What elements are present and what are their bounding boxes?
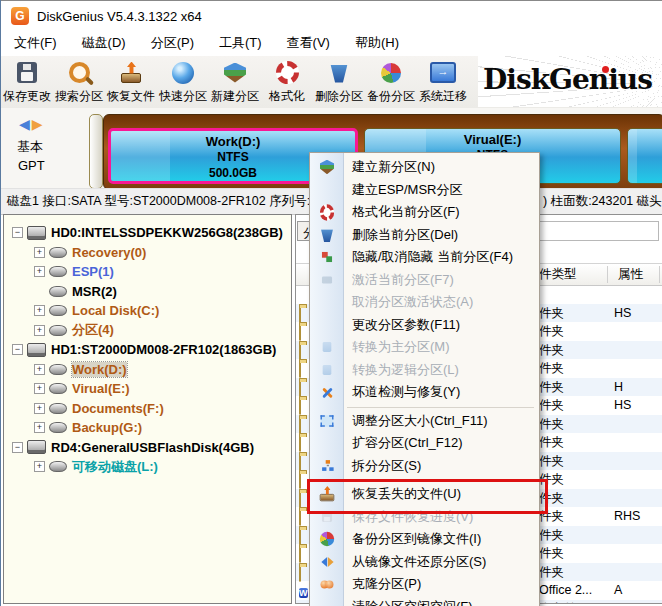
- context-menu-item-扩容分区(Ctrl_F12)[interactable]: 扩容分区(Ctrl_F12): [310, 432, 539, 455]
- folder-icon: [299, 509, 301, 527]
- expand-icon[interactable]: +: [34, 461, 45, 472]
- backup-partition-icon: [381, 63, 401, 83]
- tree-item-Local Disk(C:)[interactable]: +Local Disk(C:): [4, 301, 291, 321]
- tree-item-Recovery(0)[interactable]: +Recovery(0): [4, 243, 291, 263]
- folder-icon: [299, 361, 301, 379]
- menubar-item-0[interactable]: 文件(F): [5, 31, 66, 55]
- toolbar-button-6[interactable]: 删除分区: [313, 56, 365, 108]
- file-attr-cell: A: [614, 581, 622, 599]
- expand-icon[interactable]: +: [34, 325, 45, 336]
- partition-nav-arrows[interactable]: ◀▶: [19, 116, 45, 132]
- folder-icon: [299, 547, 301, 563]
- partition-tree-pane: −HD0:INTELSSDPEKKW256G8(238GB)+Recovery(…: [3, 214, 292, 604]
- context-menu-item-label: 建立新分区(N): [352, 158, 435, 176]
- menubar-item-3[interactable]: 工具(T): [210, 31, 271, 55]
- toolbar-button-4[interactable]: 新建分区: [209, 56, 261, 108]
- expand-icon[interactable]: +: [34, 403, 45, 414]
- context-menu-item-保存文件恢复进度(V)[interactable]: 保存文件恢复进度(V): [310, 506, 539, 529]
- toolbar-button-8[interactable]: 系统迁移: [417, 56, 469, 108]
- tree-item-MSR(2)[interactable]: MSR(2): [4, 282, 291, 302]
- context-menu-item-隐藏/取消隐藏 当前分区(F4)[interactable]: 隐藏/取消隐藏 当前分区(F4): [310, 246, 539, 269]
- new-partition-icon: [224, 63, 246, 83]
- recover-files-icon: [320, 486, 334, 502]
- toolbar-button-1[interactable]: 搜索分区: [53, 56, 105, 108]
- file-attr-cell: A: [614, 600, 622, 604]
- toolbar-button-5[interactable]: 格式化: [261, 56, 313, 108]
- collapse-icon[interactable]: −: [12, 344, 23, 355]
- tree-item-Documents(F:)[interactable]: +Documents(F:): [4, 399, 291, 419]
- next-disk-arrow-icon[interactable]: ▶: [32, 116, 45, 132]
- toolbar-button-label: 备份分区: [367, 88, 415, 105]
- context-menu-item-建立新分区(N)[interactable]: 建立新分区(N): [310, 156, 539, 179]
- context-menu-item-拆分分区(S)[interactable]: 拆分分区(S): [310, 455, 539, 478]
- tree-item-label: ESP(1): [72, 264, 114, 279]
- format-icon: [276, 61, 299, 84]
- folder-icon: [299, 473, 301, 489]
- context-menu-item-更改分区参数(F11)[interactable]: 更改分区参数(F11): [310, 314, 539, 337]
- context-menu-item-取消分区激活状态(A)[interactable]: 取消分区激活状态(A): [310, 291, 539, 314]
- expand-icon[interactable]: +: [34, 364, 45, 375]
- toolbar-button-2[interactable]: 恢复文件: [105, 56, 157, 108]
- backup-image-icon: [320, 532, 334, 546]
- column-divider[interactable]: [607, 266, 608, 283]
- collapse-icon[interactable]: −: [12, 442, 23, 453]
- file-type-cell: 件夹: [539, 415, 564, 433]
- tree-item-可移动磁盘(L:)[interactable]: +可移动磁盘(L:): [4, 457, 291, 477]
- folder-icon: [299, 398, 301, 416]
- prev-disk-arrow-icon[interactable]: ◀: [19, 116, 32, 132]
- tree-item-Backup(G:)[interactable]: +Backup(G:): [4, 418, 291, 438]
- tree-item-RD4:GeneralUSBFlashDisk(4GB)[interactable]: −RD4:GeneralUSBFlashDisk(4GB): [4, 438, 291, 458]
- menubar-item-1[interactable]: 磁盘(D): [73, 31, 135, 55]
- menubar-item-4[interactable]: 查看(V): [278, 31, 339, 55]
- quick-partition-icon: [172, 60, 194, 86]
- context-menu-item-调整分区大小(Ctrl_F11)[interactable]: 调整分区大小(Ctrl_F11): [310, 410, 539, 433]
- tree-item-label: HD0:INTELSSDPEKKW256G8(238GB): [51, 225, 283, 240]
- context-menu-item-备份分区到镜像文件(I)[interactable]: 备份分区到镜像文件(I): [310, 528, 539, 551]
- context-menu-item-建立ESP/MSR分区[interactable]: 建立ESP/MSR分区: [310, 179, 539, 202]
- tree-item-Virual(E:)[interactable]: +Virual(E:): [4, 379, 291, 399]
- title-bar[interactable]: DiskGenius V5.4.3.1322 x64: [1, 0, 662, 31]
- context-menu-item-转换为主分区(M)[interactable]: 转换为主分区(M): [310, 336, 539, 359]
- context-menu-item-清除分区空闲空间(F)[interactable]: 清除分区空闲空间(F): [310, 596, 539, 606]
- tree-item-分区(4)[interactable]: +分区(4): [4, 321, 291, 341]
- new-partition-icon: [224, 60, 246, 86]
- file-type-cell: 件夹: [539, 563, 564, 581]
- context-menu-item-坏道检测与修复(Y)[interactable]: 坏道检测与修复(Y): [310, 381, 539, 404]
- context-menu-item-从镜像文件还原分区(S)[interactable]: 从镜像文件还原分区(S): [310, 551, 539, 574]
- folder-icon: [299, 325, 301, 341]
- menubar-item-2[interactable]: 分区(P): [142, 31, 203, 55]
- context-menu-item-转换为逻辑分区(L)[interactable]: 转换为逻辑分区(L): [310, 359, 539, 382]
- tree-item-HD0:INTELSSDPEKKW256G8(238GB)[interactable]: −HD0:INTELSSDPEKKW256G8(238GB): [4, 223, 291, 243]
- expand-icon[interactable]: +: [34, 383, 45, 394]
- partition-table-type-label: GPT: [18, 158, 45, 173]
- column-divider[interactable]: [659, 266, 660, 283]
- system-migrate-icon: [430, 62, 456, 83]
- toolbar-button-0[interactable]: 保存更改: [1, 56, 53, 108]
- context-menu-item-激活当前分区(F7)[interactable]: 激活当前分区(F7): [310, 269, 539, 292]
- bad-track-icon: [321, 386, 333, 398]
- collapse-icon[interactable]: −: [12, 227, 23, 238]
- partition-block-2[interactable]: [627, 128, 662, 184]
- tree-item-ESP(1)[interactable]: +ESP(1): [4, 262, 291, 282]
- menubar-item-5[interactable]: 帮助(H): [346, 31, 408, 55]
- context-menu-item-格式化当前分区(F)[interactable]: 格式化当前分区(F): [310, 201, 539, 224]
- partition-icon: [49, 461, 67, 472]
- tree-item-Work(D:)[interactable]: +Work(D:): [4, 360, 291, 380]
- partition-icon: [49, 286, 67, 297]
- context-menu-item-label: 克隆分区(P): [352, 575, 421, 593]
- toolbar-button-7[interactable]: 备份分区: [365, 56, 417, 108]
- context-menu-item-恢复丢失的文件(U)[interactable]: 恢复丢失的文件(U): [310, 483, 539, 506]
- expand-icon[interactable]: +: [34, 247, 45, 258]
- toolbar-button-3[interactable]: 快速分区: [157, 56, 209, 108]
- expand-icon[interactable]: +: [34, 422, 45, 433]
- context-menu-item-删除当前分区(Del)[interactable]: 删除当前分区(Del): [310, 224, 539, 247]
- clone-partition-icon: [321, 580, 334, 589]
- expand-icon[interactable]: +: [34, 305, 45, 316]
- column-header-file-type[interactable]: 件类型: [539, 264, 577, 284]
- column-header-attributes[interactable]: 属性: [618, 264, 643, 284]
- expand-icon[interactable]: +: [34, 266, 45, 277]
- context-menu-item-克隆分区(P)[interactable]: 克隆分区(P): [310, 573, 539, 596]
- tree-item-HD1:ST2000DM008-2FR102(1863GB)[interactable]: −HD1:ST2000DM008-2FR102(1863GB): [4, 340, 291, 360]
- file-type-cell: 件夹: [539, 470, 564, 488]
- disk-bar-handle[interactable]: [89, 114, 103, 189]
